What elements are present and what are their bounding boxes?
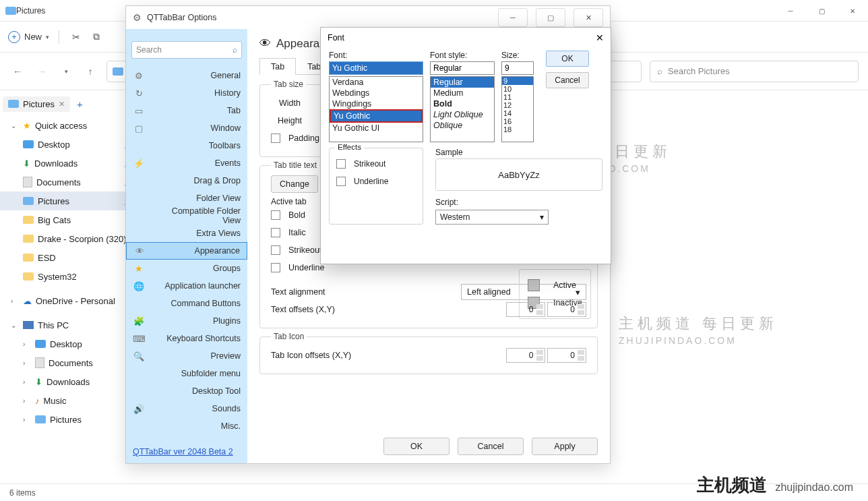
copy-icon[interactable]: ⧉ xyxy=(90,30,103,44)
font-list[interactable]: Verdana Webdings Wingdings Yu Gothic Yu … xyxy=(329,76,423,142)
style-option-selected[interactable]: Regular xyxy=(431,77,494,88)
font-option[interactable]: Yu Gothic UI xyxy=(330,123,423,134)
cat-desktool[interactable]: Desktop Tool xyxy=(126,382,247,400)
cat-misc[interactable]: Misc. xyxy=(126,417,247,435)
size-option[interactable]: 11 xyxy=(502,93,533,101)
cat-tab[interactable]: ▭Tab xyxy=(126,102,247,119)
cancel-button[interactable]: Cancel xyxy=(546,72,589,88)
bold-checkbox[interactable] xyxy=(271,210,280,220)
style-option[interactable]: Oblique xyxy=(431,120,494,131)
iconoffset-y[interactable]: 0 xyxy=(547,348,586,363)
size-option[interactable]: 16 xyxy=(502,117,533,125)
quick-access[interactable]: ⌄ ★ Quick access xyxy=(0,116,138,135)
style-input[interactable]: Regular xyxy=(430,61,495,75)
cat-general[interactable]: ⚙General xyxy=(126,67,247,84)
cat-events[interactable]: ⚡Events xyxy=(126,154,247,172)
cat-subfolder[interactable]: Subfolder menu xyxy=(126,365,247,382)
recent-dropdown[interactable]: ▾ xyxy=(58,68,74,75)
new-tab-button[interactable]: + xyxy=(73,98,87,110)
size-option[interactable]: 12 xyxy=(502,101,533,109)
cat-toolbars[interactable]: Toolbars xyxy=(126,137,247,154)
strikeout-checkbox[interactable] xyxy=(271,245,280,255)
close-button[interactable]: ✕ xyxy=(596,32,604,43)
nav-downloads[interactable]: ⬇Downloads📌 xyxy=(0,154,138,173)
up-button[interactable]: ↑ xyxy=(82,66,98,77)
nav-onedrive[interactable]: ›☁OneDrive - Personal xyxy=(0,291,138,310)
cat-launcher[interactable]: 🌐Application launcher xyxy=(126,277,247,295)
font-input[interactable]: Yu Gothic xyxy=(329,61,423,75)
style-option[interactable]: Light Oblique xyxy=(431,109,494,120)
close-button[interactable]: ✕ xyxy=(574,8,603,27)
underline-checkbox[interactable] xyxy=(271,263,280,272)
ok-button[interactable]: OK xyxy=(546,51,589,67)
change-button[interactable]: Change xyxy=(271,175,318,193)
size-option-selected[interactable]: 9 xyxy=(502,77,533,85)
style-option[interactable]: Bold xyxy=(431,98,494,109)
forward-button[interactable]: → xyxy=(34,66,50,77)
nav-bigcats[interactable]: Big Cats xyxy=(0,210,138,229)
nav-music[interactable]: ›♪Music xyxy=(0,391,138,410)
subtab-tab[interactable]: Tab xyxy=(259,58,296,75)
close-icon[interactable]: ✕ xyxy=(59,100,65,109)
cat-groups[interactable]: ★Groups xyxy=(126,260,247,277)
minimize-button[interactable]: ─ xyxy=(775,0,806,22)
size-option[interactable]: 10 xyxy=(502,85,533,93)
nav-downloads2[interactable]: ›⬇Downloads xyxy=(0,372,138,391)
nav-thispc[interactable]: ⌄This PC xyxy=(0,316,138,334)
iconoffset-x[interactable]: 0 xyxy=(506,348,545,363)
font-option[interactable]: Verdana xyxy=(330,77,423,88)
font-option[interactable]: Wingdings xyxy=(330,98,423,109)
size-list[interactable]: 9 10 11 12 14 16 18 xyxy=(501,76,534,142)
apply-button[interactable]: Apply xyxy=(532,438,598,455)
nav-desktop2[interactable]: ›Desktop xyxy=(0,334,138,353)
nav-pictures[interactable]: Pictures📌 xyxy=(0,191,138,210)
cat-cmdbtns[interactable]: Command Buttons xyxy=(126,295,247,312)
cat-preview[interactable]: 🔍Preview xyxy=(126,347,247,365)
cat-sounds[interactable]: 🔊Sounds xyxy=(126,400,247,417)
nav-drake[interactable]: Drake - Scorpion (320) xyxy=(0,229,138,248)
minimize-button[interactable]: ─ xyxy=(498,8,528,27)
padding-checkbox[interactable] xyxy=(271,134,280,143)
version-link[interactable]: QTTabBar ver 2048 Beta 2 xyxy=(126,440,247,463)
close-button[interactable]: ✕ xyxy=(837,0,868,22)
nav-pictures2[interactable]: ›Pictures xyxy=(0,410,138,429)
textoffset-x[interactable]: 0 xyxy=(506,302,545,317)
maximize-button[interactable]: ▢ xyxy=(806,0,837,22)
new-button[interactable]: + New ▾ xyxy=(8,31,49,43)
cancel-button[interactable]: Cancel xyxy=(458,438,524,455)
cat-dragdrop[interactable]: Drag & Drop xyxy=(126,172,247,189)
cat-shortcuts[interactable]: ⌨Keyboard Shortcuts xyxy=(126,330,247,347)
font-option-selected[interactable]: Yu Gothic xyxy=(330,109,423,123)
textoffset-y[interactable]: 0 xyxy=(547,302,586,317)
maximize-button[interactable]: ▢ xyxy=(536,8,565,27)
underline-checkbox[interactable] xyxy=(336,177,346,186)
cat-folderview[interactable]: Folder View xyxy=(126,189,247,207)
size-input[interactable]: 9 xyxy=(501,61,534,75)
search-input[interactable]: Search ⌕ xyxy=(131,41,242,59)
cat-plugins[interactable]: 🧩Plugins xyxy=(126,312,247,330)
nav-system32[interactable]: System32 xyxy=(0,267,138,286)
italic-checkbox[interactable] xyxy=(271,228,280,237)
active-color[interactable] xyxy=(528,279,540,291)
script-select[interactable]: Western▾ xyxy=(435,210,549,225)
size-option[interactable]: 18 xyxy=(502,125,533,134)
style-option[interactable]: Medium xyxy=(431,88,494,98)
cut-icon[interactable]: ✂ xyxy=(69,30,83,44)
nav-desktop[interactable]: Desktop📌 xyxy=(0,135,138,154)
style-list[interactable]: Regular Medium Bold Light Oblique Obliqu… xyxy=(430,76,495,142)
nav-esd[interactable]: ESD xyxy=(0,248,138,267)
nav-documents2[interactable]: ›Documents xyxy=(0,353,138,372)
strikeout-checkbox[interactable] xyxy=(336,159,346,169)
search-input[interactable]: ⌕ Search Pictures xyxy=(650,61,859,82)
cat-appearance[interactable]: 👁Appearance xyxy=(126,242,247,260)
cat-history[interactable]: ↻History xyxy=(126,84,247,102)
back-button[interactable]: ← xyxy=(9,66,26,77)
cat-window[interactable]: ▢Window xyxy=(126,119,247,137)
size-option[interactable]: 14 xyxy=(502,109,533,117)
tab-pictures[interactable]: Pictures ✕ xyxy=(3,96,70,112)
ok-button[interactable]: OK xyxy=(383,438,450,455)
font-option[interactable]: Webdings xyxy=(330,88,423,98)
cat-compat[interactable]: Compatible Folder View xyxy=(126,207,247,225)
nav-documents[interactable]: Documents📌 xyxy=(0,173,138,191)
cat-extraviews[interactable]: Extra Views xyxy=(126,225,247,242)
